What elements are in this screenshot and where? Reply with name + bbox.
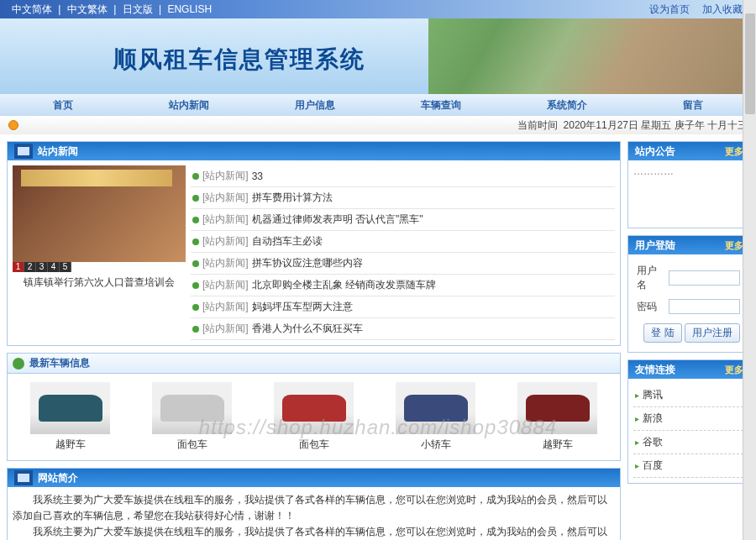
add-favorite[interactable]: 加入收藏 <box>702 3 743 15</box>
scrollbar-thumb[interactable] <box>745 13 755 114</box>
news-item[interactable]: [站内新闻] 妈妈坪压车型两大注意 <box>191 296 615 318</box>
intro-widget: 网站简介 我系统主要为广大爱车族提供在线租车的服务，我站提供了各式各样的车辆信息… <box>7 468 621 540</box>
intro-title: 网站简介 <box>38 471 78 485</box>
login-title: 用户登陆 <box>635 239 675 253</box>
news-item[interactable]: [站内新闻] 拼车协议应注意哪些内容 <box>191 253 615 275</box>
username-input[interactable] <box>669 270 740 286</box>
news-slider: 1 2 3 4 5 镇库镇举行第六次人口普查培训会 <box>13 165 186 340</box>
nav-user[interactable]: 用户信息 <box>252 98 378 113</box>
login-header: 用户登陆 更多 <box>628 236 748 254</box>
nav-home[interactable]: 首页 <box>0 98 126 113</box>
banner-image <box>428 18 756 94</box>
news-item[interactable]: [站内新闻] 机器通过律师发表声明 否认代言"黑车" <box>191 209 615 231</box>
announce-widget: 站内公告 更多 ………… <box>627 141 749 228</box>
top-right-links: 设为首页 加入收藏 <box>644 3 748 17</box>
car-icon <box>160 395 224 422</box>
nav-about[interactable]: 系统简介 <box>504 98 630 113</box>
slide-pager: 1 2 3 4 5 <box>13 262 186 272</box>
car-icon <box>39 395 102 422</box>
car-item[interactable]: 小轿车 <box>396 382 475 452</box>
car-item[interactable]: 面包车 <box>274 382 354 452</box>
intro-paragraph: 我系统主要为广大爱车族提供在线租车的服务，我站提供了各式各样的车辆信息，您可以在… <box>13 524 615 540</box>
language-links: 中文简体 | 中文繁体 | 日文版 | ENGLISH <box>8 3 215 17</box>
links-header: 友情连接 更多 <box>628 360 748 379</box>
slide-image[interactable] <box>13 165 186 262</box>
announce-body: ………… <box>628 160 748 228</box>
cars-title: 最新车辆信息 <box>29 356 90 370</box>
announce-title: 站内公告 <box>635 144 675 159</box>
link-item[interactable]: 谷歌 <box>633 431 743 454</box>
links-more[interactable]: 更多 <box>725 364 743 376</box>
nav-car-search[interactable]: 车辆查询 <box>378 98 504 113</box>
pager-1[interactable]: 1 <box>13 262 24 272</box>
news-list: [站内新闻] 33 [站内新闻] 拼车费用计算方法 [站内新闻] 机器通过律师发… <box>191 165 615 340</box>
car-item[interactable]: 越野车 <box>517 382 597 452</box>
lang-traditional[interactable]: 中文繁体 <box>67 3 108 15</box>
password-input[interactable] <box>669 299 740 314</box>
link-item[interactable]: 百度 <box>633 454 743 478</box>
announce-header: 站内公告 更多 <box>628 142 748 160</box>
username-label: 用户名 <box>635 261 665 295</box>
car-icon <box>526 395 590 422</box>
car-item[interactable]: 越野车 <box>30 382 110 452</box>
pager-5[interactable]: 5 <box>60 262 71 272</box>
link-list: 腾讯 新浪 谷歌 百度 <box>633 384 743 478</box>
nav-guestbook[interactable]: 留言 <box>630 98 756 113</box>
news-widget: 站内新闻 1 2 3 4 5 镇库镇举行第六次人口普查培训会 <box>7 141 621 346</box>
announce-more[interactable]: 更多 <box>725 145 743 158</box>
intro-header: 网站简介 <box>8 469 620 487</box>
pager-3[interactable]: 3 <box>36 262 48 272</box>
news-item[interactable]: [站内新闻] 33 <box>191 165 615 187</box>
nav-news[interactable]: 站内新闻 <box>126 98 252 113</box>
set-homepage[interactable]: 设为首页 <box>649 3 690 15</box>
lang-japanese[interactable]: 日文版 <box>123 3 153 15</box>
news-header: 站内新闻 <box>8 142 620 160</box>
links-widget: 友情连接 更多 腾讯 新浪 谷歌 百度 <box>627 359 749 484</box>
news-item[interactable]: [站内新闻] 自动挡车主必读 <box>191 231 615 253</box>
vertical-scrollbar[interactable] <box>743 0 756 540</box>
password-label: 密码 <box>635 296 665 317</box>
news-item[interactable]: [站内新闻] 北京即购全楼主乱象 经销商改发票随车牌 <box>191 275 615 296</box>
cars-header: 最新车辆信息 <box>7 353 621 373</box>
intro-paragraph: 我系统主要为广大爱车族提供在线租车的服务，我站提供了各式各样的车辆信息，您可以在… <box>13 492 615 524</box>
current-date: 当前时间 2020年11月27日 星期五 庚子年 十月十三 <box>517 118 748 133</box>
circle-icon <box>13 358 24 370</box>
car-icon <box>282 395 346 422</box>
top-bar: 中文简体 | 中文繁体 | 日文版 | ENGLISH 设为首页 加入收藏 <box>0 0 756 18</box>
login-button[interactable]: 登 陆 <box>643 323 681 343</box>
car-grid: 越野车 面包车 面包车 小轿车 越野车 <box>7 373 621 461</box>
banner: 顺风租车信息管理系统 <box>0 18 756 94</box>
register-button[interactable]: 用户注册 <box>685 323 740 343</box>
monitor-icon <box>14 470 33 485</box>
car-item[interactable]: 面包车 <box>152 382 232 452</box>
main-nav: 首页 站内新闻 用户信息 车辆查询 系统简介 留言 <box>0 94 756 116</box>
news-title: 站内新闻 <box>38 144 78 159</box>
news-item[interactable]: [站内新闻] 拼车费用计算方法 <box>191 187 615 209</box>
date-bar: 当前时间 2020年11月27日 星期五 庚子年 十月十三 <box>0 116 756 134</box>
login-widget: 用户登陆 更多 用户名 密码 登 陆 用户注册 <box>627 235 749 353</box>
slide-caption: 镇库镇举行第六次人口普查培训会 <box>13 272 186 293</box>
news-item[interactable]: [站内新闻] 香港人为什么不疯狂买车 <box>191 318 615 340</box>
lang-simplified[interactable]: 中文简体 <box>12 3 52 15</box>
monitor-icon <box>14 144 33 159</box>
sun-icon <box>8 120 18 130</box>
pager-2[interactable]: 2 <box>24 262 36 272</box>
lang-english[interactable]: ENGLISH <box>167 3 212 15</box>
link-item[interactable]: 腾讯 <box>633 384 743 407</box>
car-icon <box>404 395 468 422</box>
pager-4[interactable]: 4 <box>48 262 60 272</box>
site-title: 顺风租车信息管理系统 <box>113 44 365 76</box>
login-more[interactable]: 更多 <box>725 239 743 252</box>
link-item[interactable]: 新浪 <box>633 407 743 431</box>
links-title: 友情连接 <box>635 363 675 377</box>
